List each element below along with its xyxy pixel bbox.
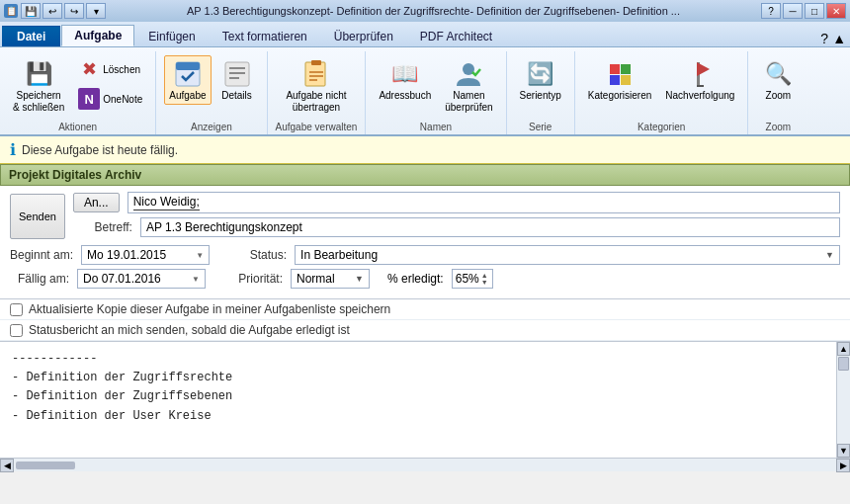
aufgabe-button[interactable]: Aufgabe [164,55,211,105]
due-label: Fällig am: [10,272,69,286]
serie-group-label: Serie [529,122,552,134]
save-close-label: Speichern& schließen [13,90,64,114]
anzeigen-group-label: Anzeigen [191,122,232,134]
scroll-thumb-top[interactable] [838,357,849,371]
tab-text-formatieren[interactable]: Text formatieren [210,26,320,46]
details-button[interactable]: Details [215,55,259,105]
start-label: Beginnt am: [10,248,73,262]
status-dropdown-arrow: ▼ [825,250,834,260]
priority-dropdown-arrow: ▼ [355,274,364,284]
hscroll-thumb[interactable] [16,462,75,469]
due-priority-row: Fällig am: Do 07.01.2016 ▼ Priorität: No… [10,269,840,289]
minimize-btn[interactable]: ─ [783,3,803,19]
info-icon: ℹ [10,140,16,159]
subject-row: Betreff: [73,217,840,237]
quick-save-btn[interactable]: 💾 [21,3,41,19]
text-area-container: ------------ - Definition der Zugriffsre… [0,341,850,458]
adressbuch-label: Adressbuch [379,90,431,102]
hscroll-right-arrow[interactable]: ▶ [836,459,850,472]
horizontal-scrollbar[interactable]: ◀ ▶ [0,458,850,471]
status-value: In Bearbeitung [300,248,378,262]
check-names-button[interactable]: Namenüberprüfen [440,55,497,117]
window-controls: ? ─ □ ✕ [761,3,846,19]
redo-btn[interactable]: ↪ [64,3,84,19]
zoom-icon: 🔍 [762,58,794,90]
hscroll-left-arrow[interactable]: ◀ [0,459,14,472]
start-date-input[interactable]: Mo 19.01.2015 ▼ [81,245,210,265]
scroll-down-arrow[interactable]: ▼ [837,444,850,458]
nachverfolgung-button[interactable]: Nachverfolgung [660,55,739,105]
kategorisieren-label: Kategorisieren [588,90,651,102]
tab-uberpruefen[interactable]: Überprüfen [321,26,406,46]
tab-aufgabe[interactable]: Aufgabe [61,25,134,46]
scroll-up-arrow[interactable]: ▲ [837,342,850,356]
verwalten-group-label: Aufgabe verwalten [276,122,358,134]
spin-buttons[interactable]: ▲ ▼ [480,272,489,286]
percent-value: 65% [456,272,479,286]
adressbuch-icon: 📖 [389,58,421,90]
help-btn[interactable]: ? [761,3,781,19]
spin-down[interactable]: ▼ [480,279,489,286]
start-date-arrow[interactable]: ▼ [196,251,204,260]
close-btn[interactable]: ✕ [826,3,846,19]
spin-up[interactable]: ▲ [480,272,489,279]
check-names-icon [453,58,484,90]
to-send-row: Senden An... Nico Weidig; Betreff: [10,192,840,241]
serientyp-icon: 🔄 [525,58,556,90]
tab-pdf-architect[interactable]: PDF Architect [407,26,505,46]
checkbox-row-1: Aktualisierte Kopie dieser Aufgabe in me… [0,299,850,320]
to-button[interactable]: An... [73,193,120,212]
zoom-button[interactable]: 🔍 Zoom [756,55,800,105]
percent-input[interactable]: 65% ▲ ▼ [452,269,493,289]
anzeigen-buttons: Aufgabe Details [164,53,258,122]
save-close-button[interactable]: 💾 Speichern& schließen [8,55,69,117]
send-button[interactable]: Senden [10,194,65,239]
scroll-track [837,356,850,444]
project-header: Projekt Digitales Archiv [0,164,850,186]
onenote-icon: N [78,88,100,110]
ribbon-right: ? ▲ [816,31,850,46]
text-line-2: - Definition der Zugriffsrechte [12,369,838,387]
onenote-button[interactable]: N OneNote [73,85,147,113]
text-line-4: - Definition der User Kreise [12,407,838,426]
nachverfolgung-icon [684,58,716,90]
send-container: Senden [10,192,65,241]
text-content[interactable]: ------------ - Definition der Zugriffsre… [0,342,850,434]
adressbuch-button[interactable]: 📖 Adressbuch [374,55,436,105]
priority-select[interactable]: Normal ▼ [291,269,370,289]
serientyp-button[interactable]: 🔄 Serientyp [515,55,566,105]
ribbon-group-namen: 📖 Adressbuch Namenüberprüfen Namen [366,51,506,134]
due-date-arrow[interactable]: ▼ [192,275,200,284]
to-field[interactable]: Nico Weidig; [128,192,840,213]
not-transfer-button[interactable]: Aufgabe nichtübertragen [281,55,351,117]
onenote-label: OneNote [103,94,142,105]
checkbox-kopie-label: Aktualisierte Kopie dieser Aufgabe in me… [29,302,390,316]
undo-btn[interactable]: ↩ [42,3,62,19]
customize-btn[interactable]: ▾ [86,3,106,19]
maximize-btn[interactable]: □ [805,3,824,19]
tab-datei[interactable]: Datei [2,26,60,46]
priority-value: Normal [297,272,335,286]
text-line-3: - Definition der Zugriffsebenen [12,387,838,406]
expand-icon[interactable]: ▲ [832,31,846,46]
svg-marker-13 [697,62,710,76]
due-date-input[interactable]: Do 07.01.2016 ▼ [77,269,206,289]
nachverfolgung-label: Nachverfolgung [665,90,734,102]
title-bar-left: 📋 💾 ↩ ↪ ▾ [4,3,106,19]
vertical-scrollbar[interactable]: ▲ ▼ [836,342,850,458]
checkbox-status[interactable] [10,324,23,337]
checkbox-kopie[interactable] [10,303,23,316]
details-icon [221,58,253,90]
tab-einfuegen[interactable]: Einfügen [135,26,208,46]
delete-button[interactable]: ✖ Löschen [73,55,147,83]
help-icon[interactable]: ? [820,31,828,46]
serie-buttons: 🔄 Serientyp [515,53,566,122]
delete-label: Löschen [103,64,140,75]
kategorien-group-label: Kategorien [638,122,685,134]
aufgabe-view-label: Aufgabe [169,90,206,102]
aktionen-buttons: 💾 Speichern& schließen ✖ Löschen N OneNo… [8,53,147,122]
kategorisieren-button[interactable]: Kategorisieren [583,55,656,105]
subject-input[interactable] [140,217,840,237]
status-select[interactable]: In Bearbeitung ▼ [295,245,840,265]
delete-onenote-col: ✖ Löschen N OneNote [73,55,147,113]
